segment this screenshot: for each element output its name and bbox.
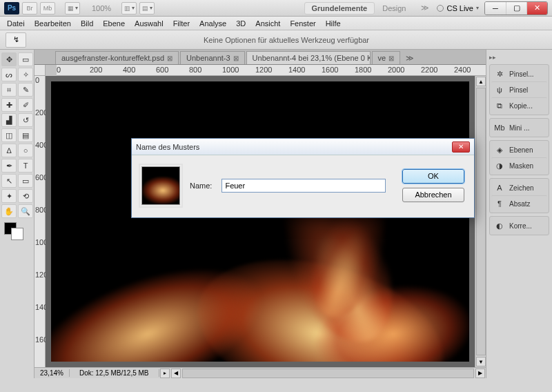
lasso-tool[interactable]: ᔕ [1,68,17,81]
panel-pinsel[interactable]: ✲Pinsel... [491,66,547,81]
view-extras-dropdown[interactable]: ▥ [121,2,137,14]
pattern-thumbnail [141,166,180,205]
eraser-tool[interactable]: ◫ [1,128,17,142]
pattern-name-dialog: Name des Musters ✕ Name: OK Abbrechen [131,138,475,218]
magic-wand-tool[interactable]: ✧ [18,68,33,81]
panel-ebenen[interactable]: ◈Ebenen [491,142,547,157]
dodge-tool[interactable]: ○ [18,144,33,157]
zoom-display[interactable]: 23,14% [34,369,70,377]
tab-close-icon[interactable]: ⊠ [388,55,394,62]
panel-label: Masken [509,162,533,170]
minimize-button[interactable]: ─ [485,2,506,14]
hand-tool[interactable]: ✋ [1,204,17,218]
doc-size-display[interactable]: Dok: 12,5 MB/12,5 MB [70,369,159,377]
menu-analyse[interactable]: Analyse [199,19,226,28]
color-swatches[interactable] [1,222,32,243]
menu-auswahl[interactable]: Auswahl [135,19,164,28]
panel-absatz[interactable]: ¶Absatz [491,195,547,211]
ruler-vertical[interactable]: 02004006008001000120014001600 [34,76,46,367]
panel-masken[interactable]: ◑Masken [491,157,547,173]
current-tool-indicator[interactable]: ↯ [6,32,26,48]
menu-filter[interactable]: Filter [173,19,190,28]
panel-collapse-button[interactable]: ▸▸ [489,54,496,61]
document-tab[interactable]: Unbenannt-3⊠ [180,51,245,64]
close-button[interactable]: ✕ [526,2,547,14]
menu-datei[interactable]: Datei [7,19,25,28]
workspace-design[interactable]: Design [375,2,413,14]
panel-group: ◐Korre... [489,216,549,235]
cslive-dot-icon [437,5,444,12]
scroll-up-button[interactable]: ▲ [476,77,486,86]
ok-button[interactable]: OK [402,169,464,184]
ruler-tick: 800 [189,66,201,74]
tab-close-icon[interactable]: ⊠ [233,55,239,62]
cslive-label: CS Live [446,4,473,12]
zoom-level[interactable]: 100% [84,2,119,14]
screen-mode-dropdown[interactable]: ▦ [65,2,80,14]
gradient-tool[interactable]: ▤ [18,128,33,142]
history-brush-tool[interactable]: ↺ [18,113,33,127]
brush-tool[interactable]: ✐ [18,98,33,112]
cancel-button[interactable]: Abbrechen [402,188,464,202]
background-swatch[interactable] [11,228,23,240]
document-tab[interactable]: ausgefranster-kontureffekt.psd⊠ [55,51,179,64]
crop-tool[interactable]: ⌗ [1,83,17,97]
zoom-tool[interactable]: 🔍 [18,204,33,218]
blur-tool[interactable]: ∆ [1,144,17,157]
marquee-tool[interactable]: ▭ [18,52,33,66]
menu-ansicht[interactable]: Ansicht [255,19,280,28]
scroll-track[interactable] [476,88,486,355]
shape-tool[interactable]: ▭ [18,174,33,188]
menu-fenster[interactable]: Fenster [290,19,315,28]
scrollbar-vertical[interactable]: ▲ ▼ [475,76,486,367]
scroll-down-button[interactable]: ▼ [476,357,486,366]
scroll-left-button[interactable]: ◀ [171,369,181,378]
document-tab[interactable]: ve⊠ [372,51,401,64]
scroll-right-button[interactable]: ▶ [475,369,485,378]
arrange-docs-dropdown[interactable]: ▤ [139,2,155,14]
bridge-button[interactable]: Br [22,2,37,14]
menu-3d[interactable]: 3D [236,19,246,28]
healing-brush-tool[interactable]: ✚ [1,98,17,112]
brush-preset-icon: ✲ [494,68,505,79]
ruler-tick: 1800 [355,66,371,74]
clone-source-icon: ⧉ [494,100,505,111]
workspace-essentials[interactable]: Grundelemente [304,2,375,14]
maximize-button[interactable]: ▢ [506,2,526,14]
move-tool[interactable]: ✥ [1,52,17,66]
stamp-tool[interactable]: ▟ [1,113,17,127]
tab-close-icon[interactable]: ⊠ [167,55,172,62]
workspace-more[interactable]: ≫ [413,1,437,14]
canvas-viewport[interactable] [46,76,475,367]
minibridge-button[interactable]: Mb [40,2,55,14]
ruler-origin[interactable] [34,65,46,76]
ruler-tick: 1400 [288,66,305,74]
menu-bild[interactable]: Bild [81,19,93,28]
panel-zeichen[interactable]: AZeichen [491,180,547,195]
panel-pinsel[interactable]: ψPinsel [491,81,547,97]
tabs-overflow[interactable]: ≫ [402,52,418,64]
3d-tool[interactable]: ✦ [1,189,17,203]
panel-korre[interactable]: ◐Korre... [491,218,547,233]
scroll-track[interactable] [182,369,474,378]
doc-info-arrow[interactable]: ▸ [160,369,170,378]
document-image[interactable] [51,81,469,362]
ruler-horizontal[interactable]: 0200400600800100012001400160018002000220… [57,65,486,76]
path-select-tool[interactable]: ↖ [1,174,17,188]
document-tab[interactable]: Unbenannt-4 bei 23,1% (Ebene 0 Kopie, RG… [246,51,371,64]
3d-camera-tool[interactable]: ⟲ [18,189,33,203]
type-tool[interactable]: T [18,159,33,173]
cslive-button[interactable]: CS Live ▾ [437,4,479,12]
eyedropper-tool[interactable]: ✎ [18,83,33,97]
menu-hilfe[interactable]: Hilfe [326,19,341,28]
dialog-close-button[interactable]: ✕ [452,141,470,153]
menu-bearbeiten[interactable]: Bearbeiten [34,19,71,28]
menu-ebene[interactable]: Ebene [103,19,125,28]
dialog-titlebar[interactable]: Name des Musters ✕ [132,139,474,155]
panel-mini[interactable]: MbMini ... [491,120,547,135]
pattern-name-input[interactable] [221,179,386,193]
panel-kopie[interactable]: ⧉Kopie... [491,97,547,113]
ruler-tick: 2200 [421,66,437,74]
pen-tool[interactable]: ✒ [1,159,17,173]
ruler-tick: 2000 [388,66,404,74]
